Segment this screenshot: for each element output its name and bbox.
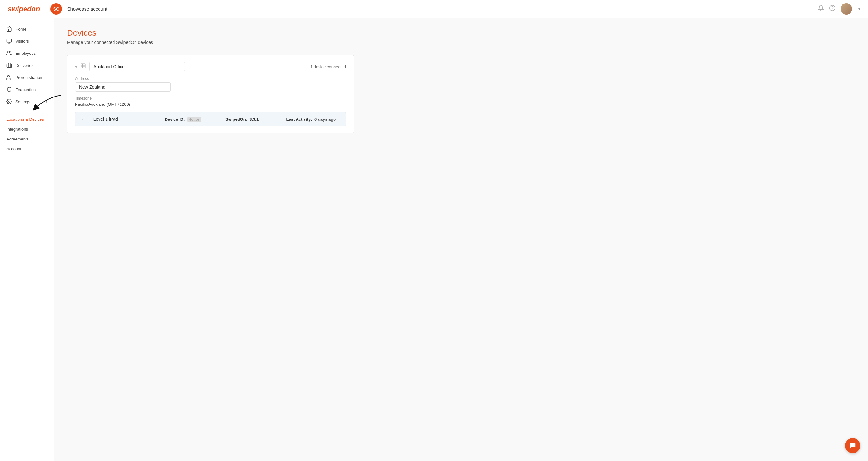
sidebar-divider <box>0 111 54 111</box>
last-activity-label: Last Activity: <box>286 117 312 122</box>
sidebar-item-settings[interactable]: Settings ▾ <box>0 96 54 108</box>
account-name: Showcase account <box>67 6 107 11</box>
timezone-field-group: Timezone Pacific/Auckland (GMT+1200) <box>75 96 346 107</box>
sidebar-item-home[interactable]: Home <box>0 23 54 35</box>
device-id-value: 4c…e <box>187 117 201 122</box>
sidebar-label-integrations: Integrations <box>6 127 28 132</box>
settings-left: Settings <box>6 99 30 104</box>
content-area: Devices Manage your connected SwipedOn d… <box>54 18 868 461</box>
sidebar-label-agreements: Agreements <box>6 137 29 141</box>
help-icon[interactable] <box>829 5 835 13</box>
sidebar-label-home: Home <box>15 27 27 32</box>
preregistration-icon <box>6 74 12 80</box>
sidebar-item-visitors[interactable]: Visitors <box>0 35 54 47</box>
top-header: swipedon SC Showcase account ▾ <box>0 0 868 18</box>
home-icon <box>6 26 12 32</box>
notification-icon[interactable] <box>817 5 824 13</box>
sidebar-item-employees[interactable]: Employees <box>0 47 54 59</box>
sidebar: Home Visitors Employees Deliveries <box>0 18 54 461</box>
sidebar-item-integrations[interactable]: Integrations <box>0 124 54 134</box>
device-row: › Level 1 iPad Device ID: 4c…e SwipedOn:… <box>75 112 346 127</box>
collapse-button[interactable]: ▾ <box>75 64 77 69</box>
sidebar-label-visitors: Visitors <box>15 39 29 44</box>
evacuation-icon <box>6 87 12 92</box>
swipedon-label: SwipedOn: <box>225 117 247 122</box>
page-subtitle: Manage your connected SwipedOn devices <box>67 40 855 45</box>
sidebar-label-employees: Employees <box>15 51 36 56</box>
sidebar-label-preregistration: Preregistration <box>15 75 42 80</box>
logo: swipedon <box>8 5 40 13</box>
sidebar-item-account[interactable]: Account <box>0 144 54 154</box>
account-icon: SC <box>51 3 62 15</box>
page-title: Devices <box>67 28 855 38</box>
user-menu-chevron[interactable]: ▾ <box>859 7 860 11</box>
sidebar-label-locations: Locations & Devices <box>6 117 44 122</box>
sidebar-label-account: Account <box>6 146 21 151</box>
location-header-left: ▾ <box>75 62 306 71</box>
svg-rect-6 <box>7 64 12 68</box>
user-avatar[interactable] <box>841 3 852 15</box>
sidebar-label-evacuation: Evacuation <box>15 87 36 92</box>
address-label: Address <box>75 76 346 81</box>
sidebar-item-preregistration[interactable]: Preregistration <box>0 71 54 84</box>
location-header: ▾ 1 device connected <box>75 62 346 71</box>
timezone-value: Pacific/Auckland (GMT+1200) <box>75 102 346 107</box>
location-name-input[interactable] <box>89 62 185 71</box>
header-left: swipedon SC Showcase account <box>8 3 107 15</box>
last-activity-value: 6 days ago <box>314 117 336 122</box>
svg-point-7 <box>7 75 9 77</box>
address-input[interactable] <box>75 82 170 92</box>
device-expand-button[interactable]: › <box>82 117 83 122</box>
device-count: 1 device connected <box>310 64 346 69</box>
device-name: Level 1 iPad <box>93 117 157 122</box>
header-right: ▾ <box>817 3 860 15</box>
employees-icon <box>6 50 12 56</box>
last-activity-info: Last Activity: 6 days ago <box>286 117 339 122</box>
swipedon-version-info: SwipedOn: 3.3.1 <box>225 117 278 122</box>
sidebar-item-locations[interactable]: Locations & Devices <box>0 114 54 124</box>
svg-rect-2 <box>7 39 12 42</box>
timezone-label: Timezone <box>75 96 346 101</box>
svg-point-10 <box>9 101 10 103</box>
chat-button[interactable] <box>845 438 860 453</box>
address-field-group: Address <box>75 76 346 92</box>
sidebar-label-deliveries: Deliveries <box>15 63 33 68</box>
main-layout: Home Visitors Employees Deliveries <box>0 18 868 461</box>
header-divider <box>45 4 45 13</box>
avatar-image <box>841 3 852 15</box>
deliveries-icon <box>6 62 12 68</box>
sidebar-item-evacuation[interactable]: Evacuation <box>0 84 54 96</box>
swipedon-value: 3.3.1 <box>249 117 259 122</box>
sidebar-label-settings: Settings <box>15 99 30 104</box>
location-block: ▾ 1 device connected <box>67 55 354 133</box>
visitors-icon <box>6 38 12 44</box>
settings-icon <box>6 99 12 104</box>
settings-chevron: ▾ <box>45 100 48 104</box>
svg-rect-11 <box>81 64 86 68</box>
device-id-label: Device ID: <box>165 117 185 122</box>
sidebar-item-deliveries[interactable]: Deliveries <box>0 59 54 71</box>
device-id-info: Device ID: 4c…e <box>165 117 218 122</box>
chat-icon <box>849 442 856 449</box>
svg-point-5 <box>8 51 9 53</box>
building-icon <box>80 63 86 70</box>
sidebar-item-agreements[interactable]: Agreements <box>0 134 54 144</box>
